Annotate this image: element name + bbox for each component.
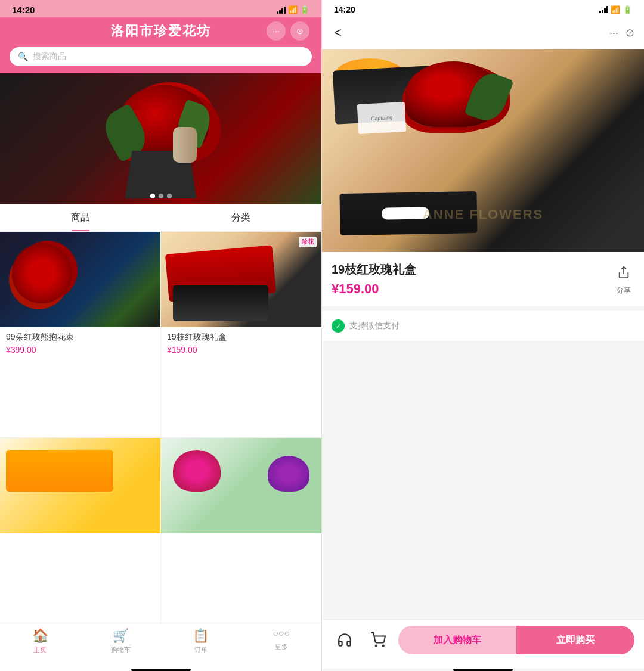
shop-tag-2: 珍花: [299, 237, 317, 247]
wifi-icon: 📶: [288, 5, 298, 14]
back-button[interactable]: <: [332, 23, 344, 43]
nav-more[interactable]: ○○○ 更多: [241, 628, 321, 654]
flower-bouquet-img: [107, 79, 215, 198]
more-icon: ···: [273, 26, 280, 36]
product-card-2[interactable]: 珍花 19枝红玫瑰礼盒 ¥159.00: [161, 232, 321, 437]
bouquet-rope: [173, 127, 197, 163]
nav-cart-label: 购物车: [111, 645, 131, 654]
dot-1: [150, 194, 155, 198]
nav-more-label: 更多: [275, 642, 288, 651]
section-divider-1: [322, 306, 644, 311]
signal-icon: [277, 7, 286, 14]
product-name-1: 99朵红玫熊抱花束: [6, 332, 154, 343]
shop-title: 洛阳市珍爱花坊: [111, 22, 211, 40]
right-battery-icon: 🔋: [623, 5, 632, 14]
right-status-icons: 📶 🔋: [599, 5, 632, 14]
nav-cart[interactable]: 🛒 购物车: [80, 628, 161, 654]
product-detail-price: ¥159.00: [332, 281, 416, 297]
banner-dots: [150, 194, 172, 198]
product-card-3[interactable]: [0, 438, 160, 623]
bottom-action-bar: 加入购物车 立即购买: [322, 619, 644, 669]
scan-button[interactable]: ⊙: [290, 21, 309, 41]
bottom-nav: 🏠 主页 🛒 购物车 📋 订单 ○○○ 更多: [0, 623, 321, 666]
cart-action-button[interactable]: [365, 627, 391, 653]
action-buttons: 加入购物车 立即购买: [398, 626, 634, 654]
right-header-icons: ··· ⊙: [609, 26, 634, 39]
share-button[interactable]: 分享: [613, 262, 634, 296]
cart-icon: 🛒: [113, 628, 129, 644]
search-placeholder: 搜索商品: [33, 51, 66, 62]
nav-home[interactable]: 🏠 主页: [0, 628, 80, 654]
right-phone: 14:20 📶 🔋 < ··· ⊙ Captuing ANNE FLOWERS: [322, 0, 644, 671]
add-to-cart-button[interactable]: 加入购物车: [398, 626, 516, 654]
share-icon: [613, 262, 634, 283]
product-info-4: [161, 533, 321, 545]
svg-point-2: [383, 645, 384, 647]
tab-category-label: 分类: [231, 212, 250, 222]
product-img-4: [161, 438, 321, 533]
product-card-1[interactable]: 99朵红玫熊抱花束 ¥399.00: [0, 232, 160, 437]
more-button[interactable]: ···: [267, 21, 286, 41]
orders-icon: 📋: [193, 628, 209, 644]
right-time: 14:20: [334, 5, 355, 14]
right-signal-icon: [599, 6, 608, 13]
product-grid: 99朵红玫熊抱花束 ¥399.00 珍花 19枝红玫瑰礼盒 ¥159.00: [0, 232, 321, 623]
svg-point-1: [376, 645, 377, 647]
payment-text: 支持微信支付: [349, 321, 400, 331]
nav-orders[interactable]: 📋 订单: [161, 628, 242, 654]
product-img-1: [0, 232, 160, 327]
product-info-2: 19枝红玫瑰礼盒 ¥159.00: [161, 327, 321, 359]
dot-2: [159, 194, 163, 198]
detail-label: Captuing: [357, 102, 407, 134]
product-price-1: ¥399.00: [6, 345, 154, 355]
right-status-bar: 14:20 📶 🔋: [322, 0, 644, 17]
product-detail-image: Captuing ANNE FLOWERS love: [322, 49, 644, 252]
product-img-2: 珍花: [161, 232, 321, 327]
banner: [0, 73, 321, 204]
tab-products-label: 商品: [71, 212, 90, 222]
nav-orders-label: 订单: [194, 645, 208, 654]
search-input-wrap[interactable]: 🔍 搜索商品: [10, 47, 312, 66]
product-name-2: 19枝红玫瑰礼盒: [167, 332, 315, 343]
product-info-1: 99朵红玫熊抱花束 ¥399.00: [0, 327, 160, 359]
scan-icon: ⊙: [296, 26, 304, 36]
search-icon: 🔍: [18, 52, 28, 61]
battery-icon: 🔋: [300, 5, 309, 14]
right-wifi-icon: 📶: [611, 5, 620, 14]
product-card-4[interactable]: [161, 438, 321, 623]
dot-3: [167, 194, 172, 198]
product-detail-info: 19枝红玫瑰礼盒 ¥159.00 分享: [322, 252, 644, 306]
wechat-icon: ✓: [332, 319, 345, 333]
left-status-bar: 14:20 📶 🔋: [0, 0, 321, 17]
share-label: 分享: [617, 285, 631, 296]
payment-section: ✓ 支持微信支付: [322, 311, 644, 341]
home-icon: 🏠: [32, 628, 48, 644]
watermark: ANNE FLOWERS: [423, 207, 543, 222]
right-more-button[interactable]: ···: [609, 27, 618, 39]
product-price-2: ¥159.00: [167, 345, 315, 355]
left-status-icons: 📶 🔋: [277, 5, 309, 14]
left-header-icons: ··· ⊙: [267, 21, 309, 41]
product-img-3: [0, 438, 160, 533]
search-bar: 🔍 搜索商品: [0, 47, 321, 73]
more-dots-icon: ○○○: [273, 628, 290, 639]
headset-button[interactable]: [332, 627, 358, 653]
home-indicator-left: [131, 669, 191, 671]
detail-spacer: [322, 346, 644, 619]
right-scan-button[interactable]: ⊙: [626, 26, 634, 39]
product-detail-left: 19枝红玫瑰礼盒 ¥159.00: [332, 262, 416, 297]
home-indicator-right: [453, 669, 513, 671]
left-time: 14:20: [12, 5, 35, 15]
product-detail-title: 19枝红玫瑰礼盒: [332, 262, 416, 278]
product-tabs: 商品 分类: [0, 204, 321, 232]
tab-category[interactable]: 分类: [161, 204, 322, 231]
right-header: < ··· ⊙: [322, 17, 644, 49]
tab-products[interactable]: 商品: [0, 204, 161, 231]
buy-now-button[interactable]: 立即购买: [516, 626, 634, 654]
nav-home-label: 主页: [33, 645, 47, 654]
left-header: 洛阳市珍爱花坊 ··· ⊙: [0, 17, 321, 47]
product-info-3: [0, 533, 160, 545]
love-text: love: [621, 58, 635, 67]
banner-flower: [0, 73, 321, 204]
section-divider-2: [322, 341, 644, 346]
